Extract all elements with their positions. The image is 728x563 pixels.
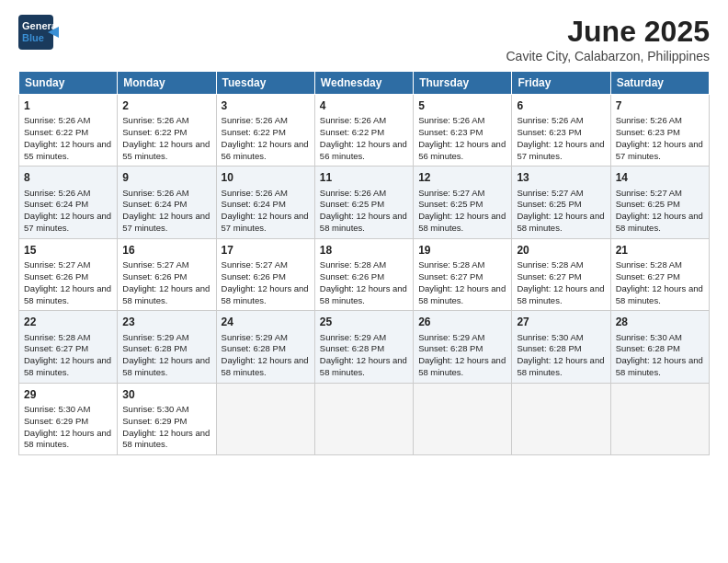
daylight-text: Daylight: 12 hours and 58 minutes.	[517, 211, 605, 235]
sunset-text: Sunset: 6:25 PM	[616, 199, 704, 211]
sunrise-text: Sunrise: 5:30 AM	[24, 404, 112, 416]
daylight-text: Daylight: 12 hours and 58 minutes.	[24, 355, 112, 379]
calendar-cell: 21Sunrise: 5:28 AMSunset: 6:27 PMDayligh…	[610, 238, 709, 310]
daylight-text: Daylight: 12 hours and 58 minutes.	[418, 211, 506, 235]
day-number: 24	[222, 315, 310, 329]
day-number: 2	[122, 98, 210, 113]
sunrise-text: Sunrise: 5:30 AM	[122, 404, 210, 416]
calendar-cell: 15Sunrise: 5:27 AMSunset: 6:26 PMDayligh…	[19, 238, 118, 310]
calendar: SundayMondayTuesdayWednesdayThursdayFrid…	[18, 71, 710, 455]
day-number: 26	[418, 315, 506, 329]
calendar-cell: 5Sunrise: 5:26 AMSunset: 6:23 PMDaylight…	[414, 95, 512, 167]
daylight-text: Daylight: 12 hours and 58 minutes.	[122, 355, 210, 379]
sunrise-text: Sunrise: 5:26 AM	[320, 115, 408, 127]
calendar-cell: 1Sunrise: 5:26 AMSunset: 6:22 PMDaylight…	[19, 95, 118, 167]
sunset-text: Sunset: 6:22 PM	[24, 127, 112, 139]
sunrise-text: Sunrise: 5:29 AM	[122, 332, 210, 344]
daylight-text: Daylight: 12 hours and 58 minutes.	[418, 355, 506, 379]
day-number: 15	[24, 243, 112, 258]
sunset-text: Sunset: 6:22 PM	[122, 127, 210, 139]
sunrise-text: Sunrise: 5:28 AM	[418, 259, 506, 271]
sunset-text: Sunset: 6:26 PM	[122, 271, 210, 283]
sunset-text: Sunset: 6:23 PM	[616, 127, 704, 139]
daylight-text: Daylight: 12 hours and 58 minutes.	[616, 211, 704, 235]
daylight-text: Daylight: 12 hours and 58 minutes.	[320, 283, 408, 307]
daylight-text: Daylight: 12 hours and 58 minutes.	[418, 283, 506, 307]
calendar-cell: 19Sunrise: 5:28 AMSunset: 6:27 PMDayligh…	[414, 238, 512, 310]
sunrise-text: Sunrise: 5:26 AM	[616, 115, 704, 127]
sunset-text: Sunset: 6:27 PM	[517, 271, 605, 283]
sunset-text: Sunset: 6:22 PM	[320, 127, 408, 139]
calendar-cell: 12Sunrise: 5:27 AMSunset: 6:25 PMDayligh…	[414, 167, 512, 238]
sunrise-text: Sunrise: 5:29 AM	[320, 332, 408, 344]
daylight-text: Daylight: 12 hours and 56 minutes.	[418, 139, 506, 163]
calendar-cell: 24Sunrise: 5:29 AMSunset: 6:28 PMDayligh…	[216, 311, 314, 383]
sunrise-text: Sunrise: 5:26 AM	[24, 188, 112, 200]
calendar-cell: 18Sunrise: 5:28 AMSunset: 6:26 PMDayligh…	[314, 238, 413, 310]
calendar-cell: 14Sunrise: 5:27 AMSunset: 6:25 PMDayligh…	[610, 167, 709, 238]
header: General Blue June 2025 Cavite City, Cala…	[18, 15, 710, 63]
sunset-text: Sunset: 6:24 PM	[122, 199, 210, 211]
day-number: 8	[24, 170, 112, 185]
daylight-text: Daylight: 12 hours and 58 minutes.	[122, 428, 210, 452]
calendar-day-header: Monday	[118, 72, 216, 95]
calendar-day-header: Sunday	[19, 72, 118, 95]
calendar-cell: 30Sunrise: 5:30 AMSunset: 6:29 PMDayligh…	[118, 383, 216, 454]
logo-icon: General Blue	[18, 15, 59, 50]
sunset-text: Sunset: 6:28 PM	[122, 343, 210, 355]
calendar-cell	[314, 383, 413, 454]
daylight-text: Daylight: 12 hours and 56 minutes.	[320, 139, 408, 163]
sunrise-text: Sunrise: 5:28 AM	[616, 259, 704, 271]
day-number: 28	[616, 315, 704, 329]
sunset-text: Sunset: 6:28 PM	[418, 343, 506, 355]
daylight-text: Daylight: 12 hours and 57 minutes.	[24, 211, 112, 235]
daylight-text: Daylight: 12 hours and 57 minutes.	[222, 211, 310, 235]
calendar-cell: 29Sunrise: 5:30 AMSunset: 6:29 PMDayligh…	[19, 383, 118, 454]
daylight-text: Daylight: 12 hours and 58 minutes.	[517, 355, 605, 379]
sunrise-text: Sunrise: 5:30 AM	[517, 332, 605, 344]
sunset-text: Sunset: 6:24 PM	[24, 199, 112, 211]
calendar-cell: 23Sunrise: 5:29 AMSunset: 6:28 PMDayligh…	[118, 311, 216, 383]
calendar-cell	[216, 383, 314, 454]
sunrise-text: Sunrise: 5:26 AM	[222, 115, 310, 127]
day-number: 1	[24, 98, 112, 113]
sunrise-text: Sunrise: 5:27 AM	[24, 259, 112, 271]
sunset-text: Sunset: 6:22 PM	[222, 127, 310, 139]
sunrise-text: Sunrise: 5:26 AM	[24, 115, 112, 127]
sunset-text: Sunset: 6:26 PM	[320, 271, 408, 283]
day-number: 21	[616, 243, 704, 258]
day-number: 10	[222, 170, 310, 185]
calendar-day-header: Wednesday	[314, 72, 413, 95]
sunrise-text: Sunrise: 5:28 AM	[320, 259, 408, 271]
svg-text:Blue: Blue	[22, 32, 44, 43]
day-number: 7	[616, 98, 704, 113]
sunrise-text: Sunrise: 5:26 AM	[222, 188, 310, 200]
calendar-cell	[414, 383, 512, 454]
day-number: 27	[517, 315, 605, 329]
sunrise-text: Sunrise: 5:26 AM	[122, 188, 210, 200]
sunset-text: Sunset: 6:24 PM	[222, 199, 310, 211]
calendar-cell: 25Sunrise: 5:29 AMSunset: 6:28 PMDayligh…	[314, 311, 413, 383]
calendar-cell: 11Sunrise: 5:26 AMSunset: 6:25 PMDayligh…	[314, 167, 413, 238]
calendar-day-header: Friday	[512, 72, 610, 95]
sunrise-text: Sunrise: 5:26 AM	[418, 115, 506, 127]
day-number: 30	[122, 387, 210, 402]
calendar-cell: 13Sunrise: 5:27 AMSunset: 6:25 PMDayligh…	[512, 167, 610, 238]
daylight-text: Daylight: 12 hours and 58 minutes.	[616, 355, 704, 379]
daylight-text: Daylight: 12 hours and 57 minutes.	[122, 211, 210, 235]
day-number: 19	[418, 243, 506, 258]
sunset-text: Sunset: 6:29 PM	[122, 416, 210, 428]
calendar-day-header: Saturday	[610, 72, 709, 95]
daylight-text: Daylight: 12 hours and 58 minutes.	[122, 283, 210, 307]
day-number: 5	[418, 98, 506, 113]
daylight-text: Daylight: 12 hours and 57 minutes.	[517, 139, 605, 163]
sunset-text: Sunset: 6:27 PM	[418, 271, 506, 283]
day-number: 23	[122, 315, 210, 329]
day-number: 11	[320, 170, 408, 185]
calendar-cell	[512, 383, 610, 454]
sunset-text: Sunset: 6:25 PM	[517, 199, 605, 211]
sunrise-text: Sunrise: 5:27 AM	[616, 188, 704, 200]
day-number: 13	[517, 170, 605, 185]
daylight-text: Daylight: 12 hours and 55 minutes.	[122, 139, 210, 163]
sunrise-text: Sunrise: 5:28 AM	[517, 259, 605, 271]
